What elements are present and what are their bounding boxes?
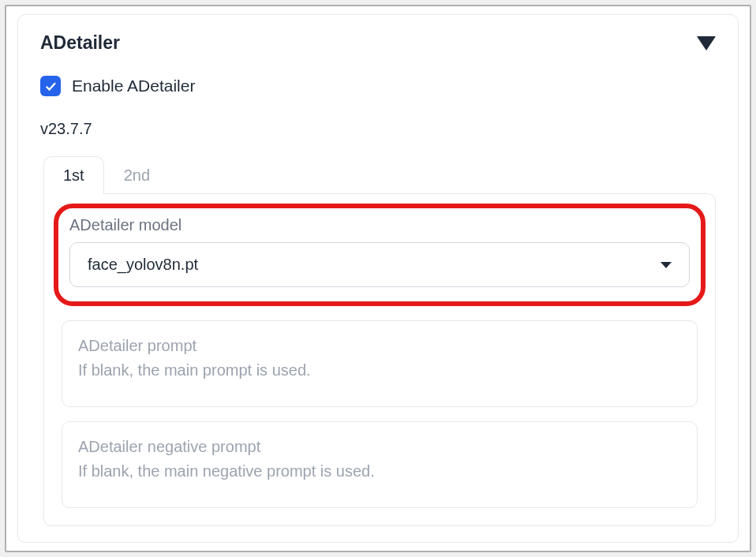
model-label: ADetailer model [69,216,690,234]
tab-content: ADetailer model face_yolov8n.pt ADetaile… [43,193,716,526]
enable-row: Enable ADetailer [40,76,716,96]
prompt-placeholder-line2: If blank, the main prompt is used. [78,358,681,383]
panel-title: ADetailer [40,32,120,54]
collapse-toggle-icon[interactable] [697,36,716,50]
adetailer-panel: ADetailer Enable ADetailer v23.7.7 1st 2… [17,14,739,543]
chevron-down-icon [661,262,672,268]
neg-prompt-placeholder-line1: ADetailer negative prompt [78,435,681,459]
negative-prompt-textarea[interactable]: ADetailer negative prompt If blank, the … [62,421,698,508]
tabs: 1st 2nd [43,155,716,193]
prompt-textarea[interactable]: ADetailer prompt If blank, the main prom… [62,320,698,407]
panel-header: ADetailer [40,32,716,54]
model-value: face_yolov8n.pt [88,256,198,274]
enable-label: Enable ADetailer [72,77,195,95]
checkmark-icon [43,79,58,93]
model-dropdown[interactable]: face_yolov8n.pt [69,242,690,287]
version-text: v23.7.7 [40,120,716,138]
tab-1st[interactable]: 1st [43,156,104,194]
neg-prompt-placeholder-line2: If blank, the main negative prompt is us… [78,459,681,484]
enable-checkbox[interactable] [40,76,61,96]
prompt-placeholder-line1: ADetailer prompt [78,334,681,358]
model-highlight-annotation: ADetailer model face_yolov8n.pt [54,204,705,306]
tab-2nd[interactable]: 2nd [104,156,170,194]
